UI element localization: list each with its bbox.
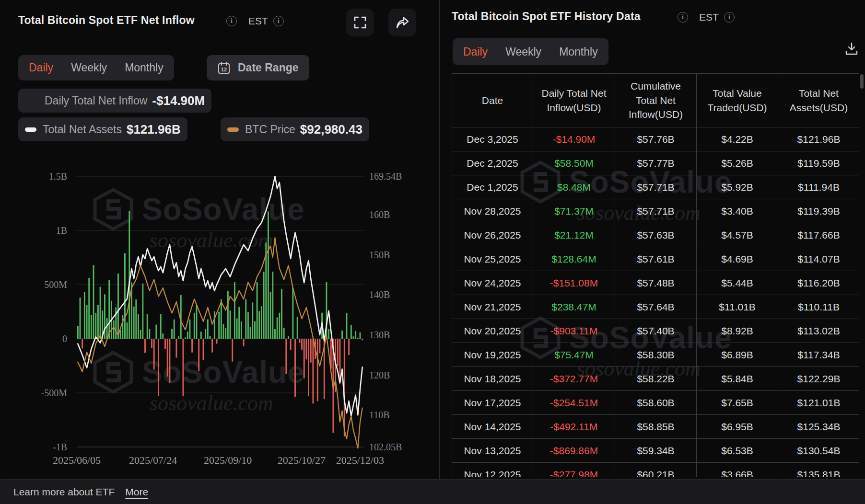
cell-daily-inflow: $58.50M <box>533 151 615 175</box>
history-timezone-label: EST <box>699 11 719 23</box>
cell-assets: $121.96B <box>778 127 859 151</box>
cell-traded: $7.65B <box>697 391 778 415</box>
table-header-0: Date <box>452 74 533 127</box>
svg-text:102.05B: 102.05B <box>369 442 402 452</box>
svg-text:2025/07/24: 2025/07/24 <box>129 454 177 466</box>
cell-date: Nov 21,2025 <box>452 295 533 319</box>
cell-assets: $117.34B <box>778 343 859 367</box>
footer-label: Learn more about ETF <box>13 486 115 498</box>
cell-traded: $4.57B <box>697 223 778 247</box>
cell-date: Nov 13,2025 <box>452 439 533 463</box>
dashboard: Total Bitcoin Spot ETF Net Inflow i EST … <box>0 0 865 479</box>
cell-date: Nov 24,2025 <box>452 271 533 295</box>
cell-traded: $5.92B <box>697 175 778 199</box>
cell-cumulative: $58.85B <box>615 415 697 439</box>
table-scrollbar-thumb[interactable] <box>860 74 864 89</box>
cell-daily-inflow: -$372.77M <box>533 367 615 391</box>
svg-text:110B: 110B <box>369 410 390 420</box>
cell-date: Nov 20,2025 <box>452 319 533 343</box>
cell-assets: $116.20B <box>778 271 859 295</box>
svg-text:140B: 140B <box>369 289 390 300</box>
cell-daily-inflow: -$903.11M <box>533 319 615 343</box>
table-header-2: Cumulative Total Net Inflow(USD) <box>615 74 697 127</box>
history-tab-daily[interactable]: Daily <box>463 46 488 58</box>
download-button[interactable] <box>843 40 860 57</box>
cell-date: Nov 19,2025 <box>452 343 533 367</box>
cell-assets: $135.81B <box>778 463 859 477</box>
cell-daily-inflow: $128.64M <box>533 247 615 271</box>
cell-date: Dec 1,2025 <box>452 175 533 199</box>
svg-text:120B: 120B <box>369 370 390 380</box>
cell-cumulative: $57.71B <box>615 175 697 199</box>
history-data-panel: Total Bitcoin Spot ETF History Data i ES… <box>440 0 865 479</box>
cell-daily-inflow: $71.37M <box>533 199 615 223</box>
svg-text:2025/09/10: 2025/09/10 <box>204 454 252 466</box>
cell-cumulative: $59.34B <box>615 439 697 463</box>
cell-daily-inflow: -$14.90M <box>533 127 615 151</box>
history-title-info-icon[interactable]: i <box>678 12 688 23</box>
footer-more-link[interactable]: More <box>125 486 148 498</box>
history-period-tabs: Daily Weekly Monthly <box>453 38 608 65</box>
cell-traded: $6.95B <box>697 415 778 439</box>
cell-cumulative: $60.21B <box>615 463 697 477</box>
table-header-4: Total Net Assets(USD) <box>778 74 859 127</box>
svg-text:169.54B: 169.54B <box>369 171 402 182</box>
cell-assets: $119.59B <box>778 151 859 175</box>
cell-daily-inflow: $238.47M <box>533 295 615 319</box>
svg-text:2025/12/03: 2025/12/03 <box>336 454 384 466</box>
cell-daily-inflow: -$151.08M <box>533 271 615 295</box>
cell-traded: $4.69B <box>697 247 778 271</box>
cell-date: Nov 25,2025 <box>452 247 533 271</box>
cell-assets: $119.39B <box>778 199 859 223</box>
svg-text:150B: 150B <box>369 250 390 260</box>
cell-daily-inflow: $8.48M <box>533 175 615 199</box>
cell-assets: $130.54B <box>778 439 859 463</box>
svg-text:1B: 1B <box>56 225 67 236</box>
cell-date: Nov 28,2025 <box>452 199 533 223</box>
history-tab-monthly[interactable]: Monthly <box>559 46 598 58</box>
table-header-3: Total Value Traded(USD) <box>697 74 778 127</box>
cell-cumulative: $57.71B <box>615 199 697 223</box>
history-tab-weekly[interactable]: Weekly <box>505 46 541 58</box>
cell-traded: $5.44B <box>697 271 778 295</box>
cell-assets: $117.66B <box>778 223 859 247</box>
cell-traded: $5.84B <box>697 367 778 391</box>
cell-date: Dec 3,2025 <box>452 127 533 151</box>
history-table-container: DateDaily Total Net Inflow(USD)Cumulativ… <box>452 73 859 477</box>
history-timezone-info-icon[interactable]: i <box>724 12 735 23</box>
cell-daily-inflow: $21.12M <box>533 223 615 247</box>
svg-text:2025/06/05: 2025/06/05 <box>53 454 101 466</box>
download-icon <box>844 41 859 57</box>
cell-cumulative: $57.48B <box>615 271 697 295</box>
cell-cumulative: $58.22B <box>615 367 697 391</box>
cell-assets: $125.34B <box>778 415 859 439</box>
svg-text:1.5B: 1.5B <box>49 171 67 182</box>
svg-text:130B: 130B <box>369 330 390 340</box>
cell-assets: $111.94B <box>778 175 859 199</box>
cell-cumulative: $58.60B <box>615 391 697 415</box>
cell-cumulative: $57.61B <box>615 247 697 271</box>
svg-text:0: 0 <box>62 333 67 344</box>
cell-cumulative: $57.77B <box>615 151 697 175</box>
cell-date: Nov 17,2025 <box>452 391 533 415</box>
net-inflow-panel: Total Bitcoin Spot ETF Net Inflow i EST … <box>0 0 440 479</box>
cell-assets: $110.11B <box>778 295 859 319</box>
cell-traded: $11.01B <box>697 295 778 319</box>
svg-text:-500M: -500M <box>41 388 68 398</box>
cell-traded: $6.89B <box>697 343 778 367</box>
cell-traded: $4.22B <box>697 127 778 151</box>
footer-bar: Learn more about ETF More <box>0 479 865 504</box>
cell-traded: $6.53B <box>697 439 778 463</box>
history-table: DateDaily Total Net Inflow(USD)Cumulativ… <box>452 73 859 477</box>
cell-daily-inflow: -$254.51M <box>533 391 615 415</box>
history-title: Total Bitcoin Spot ETF History Data <box>452 10 641 23</box>
table-header-1: Daily Total Net Inflow(USD) <box>533 74 615 127</box>
net-inflow-chart[interactable]: 1.5B1B500M0-500M-1B169.54B160B150B140B13… <box>0 0 440 479</box>
cell-date: Nov 14,2025 <box>452 415 533 439</box>
cell-date: Nov 18,2025 <box>452 367 533 391</box>
svg-text:-1B: -1B <box>53 442 67 452</box>
cell-date: Nov 12,2025 <box>452 463 533 477</box>
cell-cumulative: $58.30B <box>615 343 697 367</box>
cell-daily-inflow: $75.47M <box>533 343 615 367</box>
cell-cumulative: $57.63B <box>615 223 697 247</box>
